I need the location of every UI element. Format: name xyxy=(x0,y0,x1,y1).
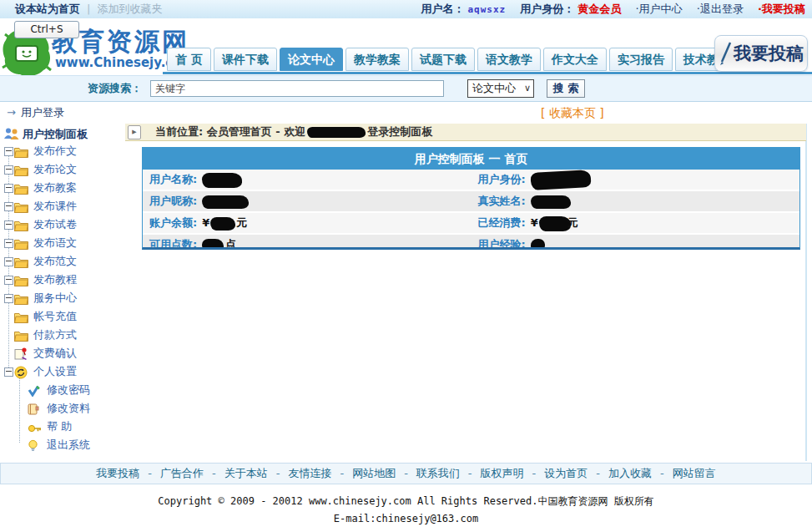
collapse-icon[interactable] xyxy=(4,184,13,193)
field-experience: 用户经验: xyxy=(472,235,800,250)
sidebar-item-publish-chinese[interactable]: 发布语文 xyxy=(0,234,125,252)
sidebar-item-label: 退出系统 xyxy=(47,436,90,454)
panel-row: 用户名称: 用户身份: xyxy=(143,170,799,191)
sidebar-item-publish-model-essay[interactable]: 发布范文 xyxy=(0,252,125,271)
collapse-panel-button[interactable]: ▶ xyxy=(128,125,141,139)
field-consumed: 已经消费:¥元 xyxy=(472,213,800,233)
header-row: Ctrl+S 教育资源网 www.Chinesejy.com 首 页课件下载论文… xyxy=(0,18,812,75)
panel-row: 可用点数:点 用户经验: xyxy=(143,235,799,250)
submit-post-link[interactable]: ·我要投稿 xyxy=(758,3,805,15)
tab-chinese-teaching[interactable]: 语文教学 xyxy=(477,48,541,71)
user-login-row: →用户登录 [ 收藏本页 ] xyxy=(0,102,812,124)
collapse-icon[interactable] xyxy=(4,294,13,303)
set-home-link[interactable]: 设本站为首页 xyxy=(15,3,80,15)
sidebar-item-change-password[interactable]: 修改密码 xyxy=(0,381,125,399)
footer-link-sethome[interactable]: 设为首页 xyxy=(544,467,588,479)
panel-row: 账户余额:¥元 已经消费:¥元 xyxy=(143,213,799,235)
logout-link[interactable]: ·退出登录 xyxy=(697,3,744,15)
collapse-icon[interactable] xyxy=(4,276,13,285)
sidebar: 用户控制面板 发布作文 发布论文 发布教案 发布课件 发布试卷 发布语文 发布范… xyxy=(0,124,125,461)
field-username: 用户名称: xyxy=(143,170,472,190)
sidebar-item-label: 发布课件 xyxy=(33,197,77,215)
tab-paper-center[interactable]: 论文中心 xyxy=(280,48,343,71)
field-label: 可用点数: xyxy=(149,238,197,250)
tab-teaching-plans[interactable]: 教学教案 xyxy=(345,48,409,71)
sidebar-item-publish-exam[interactable]: 发布试卷 xyxy=(0,215,125,234)
footer-links-bar: 我要投稿-广告合作-关于本站-友情连接-网站地图-联系我们-版权声明-设为首页-… xyxy=(0,463,812,484)
sidebar-tree: 发布作文 发布论文 发布教案 发布课件 发布试卷 发布语文 发布范文 发布教程 … xyxy=(0,142,125,454)
collapse-icon[interactable] xyxy=(4,239,13,248)
collapse-icon[interactable] xyxy=(4,147,13,156)
sidebar-item-label: 发布论文 xyxy=(33,160,77,179)
favorite-page-link[interactable]: [ 收藏本页 ] xyxy=(541,102,604,124)
sidebar-item-edit-profile[interactable]: 修改资料 xyxy=(0,399,125,418)
footer-link-sitemap[interactable]: 网站地图 xyxy=(352,467,396,479)
footer-link-favorite[interactable]: 加入收藏 xyxy=(608,467,652,479)
search-input[interactable] xyxy=(150,80,444,97)
tab-home[interactable]: 首 页 xyxy=(167,48,211,71)
collapse-icon[interactable] xyxy=(4,257,13,266)
sidebar-item-label: 发布范文 xyxy=(33,252,77,271)
tab-exam-download[interactable]: 试题下载 xyxy=(411,48,475,71)
chevron-down-icon: ∨ xyxy=(524,80,531,97)
sidebar-item-publish-composition[interactable]: 发布作文 xyxy=(0,142,125,160)
user-control-panel: 用户控制面板 一 首页 用户名称: 用户身份: 用户昵称: 真实姓名: 账户余额… xyxy=(142,147,800,250)
add-favorite-link[interactable]: 添加到收藏夹 xyxy=(97,3,162,15)
footer-link-about[interactable]: 关于本站 xyxy=(224,467,268,479)
email-text: E-mail:chinesejy@163.com xyxy=(0,513,812,524)
footer-link-ads[interactable]: 广告合作 xyxy=(160,467,204,479)
shortcut-tooltip: Ctrl+S xyxy=(14,21,79,38)
category-select[interactable]: 论文中心 ∨ xyxy=(467,79,534,98)
sidebar-item-label: 交费确认 xyxy=(33,344,77,362)
sidebar-item-label: 发布语文 xyxy=(33,234,77,252)
search-button[interactable]: 搜 索 xyxy=(547,79,585,98)
lamp-icon xyxy=(28,439,38,458)
field-label: 已经消费: xyxy=(478,216,526,229)
redacted-value xyxy=(530,170,591,190)
tab-composition[interactable]: 作文大全 xyxy=(543,48,607,71)
field-points: 可用点数:点 xyxy=(143,235,472,250)
collapse-icon[interactable] xyxy=(4,202,13,211)
submit-article-button[interactable]: 我要投稿 xyxy=(714,35,808,72)
tab-courseware-download[interactable]: 课件下载 xyxy=(214,48,277,71)
redacted-value xyxy=(210,217,235,231)
sidebar-item-exit-system[interactable]: 退出系统 xyxy=(0,436,125,454)
field-label: 用户昵称: xyxy=(149,195,197,207)
sidebar-item-publish-teaching-plan[interactable]: 发布教案 xyxy=(0,179,125,197)
username-value: aqwsxz xyxy=(467,4,506,15)
sidebar-item-label: 修改资料 xyxy=(47,399,90,418)
user-login-label[interactable]: 用户登录 xyxy=(21,106,64,119)
field-label: 账户余额: xyxy=(149,216,197,229)
footer-link-submit[interactable]: 我要投稿 xyxy=(96,467,139,479)
breadcrumb-bar: ▶ 当前位置: 会员管理首页 - 欢迎登录控制面板 xyxy=(125,124,806,141)
currency-prefix: ¥ xyxy=(202,216,209,229)
sidebar-item-publish-courseware[interactable]: 发布课件 xyxy=(0,197,125,215)
footer-link-contact[interactable]: 联系我们 xyxy=(416,467,460,479)
footer-link-copyright[interactable]: 版权声明 xyxy=(481,467,524,479)
collapse-icon[interactable] xyxy=(4,220,13,230)
sidebar-item-payment-method[interactable]: 付款方式 xyxy=(0,326,125,344)
sidebar-item-publish-paper[interactable]: 发布论文 xyxy=(0,160,125,179)
sidebar-item-service-center[interactable]: 服务中心 xyxy=(0,289,125,307)
sidebar-item-publish-tutorial[interactable]: 发布教程 xyxy=(0,271,125,289)
sidebar-item-personal-settings[interactable]: 个人设置 xyxy=(0,362,125,381)
sidebar-item-payment-confirm[interactable]: 交费确认 xyxy=(0,344,125,362)
sidebar-item-label: 发布教程 xyxy=(33,271,77,289)
panel-title: 用户控制面板 一 首页 xyxy=(143,148,799,170)
footer-link-friends[interactable]: 友情连接 xyxy=(288,467,331,479)
user-center-link[interactable]: ·用户中心 xyxy=(635,3,682,15)
tab-internship-report[interactable]: 实习报告 xyxy=(609,48,673,71)
top-bar-right: 用户名：aqwsxz 用户身份：黄金会员 ·用户中心 ·退出登录 ·我要投稿 xyxy=(410,0,805,19)
top-bar: 设本站为首页|添加到收藏夹 用户名：aqwsxz 用户身份：黄金会员 ·用户中心… xyxy=(0,0,812,19)
sidebar-title: 用户控制面板 xyxy=(3,127,88,142)
field-identity: 用户身份: xyxy=(472,170,800,190)
collapse-icon[interactable] xyxy=(4,165,13,175)
unit-suffix: 元 xyxy=(567,216,578,229)
sidebar-item-help[interactable]: 帮 助 xyxy=(0,418,125,436)
collapse-icon[interactable] xyxy=(4,367,13,377)
footer-link-guestbook[interactable]: 网站留言 xyxy=(673,467,716,479)
field-label: 用户经验: xyxy=(478,238,526,250)
footer-separator: - xyxy=(148,467,152,479)
currency-prefix: ¥ xyxy=(531,216,538,229)
sidebar-item-account-recharge[interactable]: 帐号充值 xyxy=(0,307,125,326)
